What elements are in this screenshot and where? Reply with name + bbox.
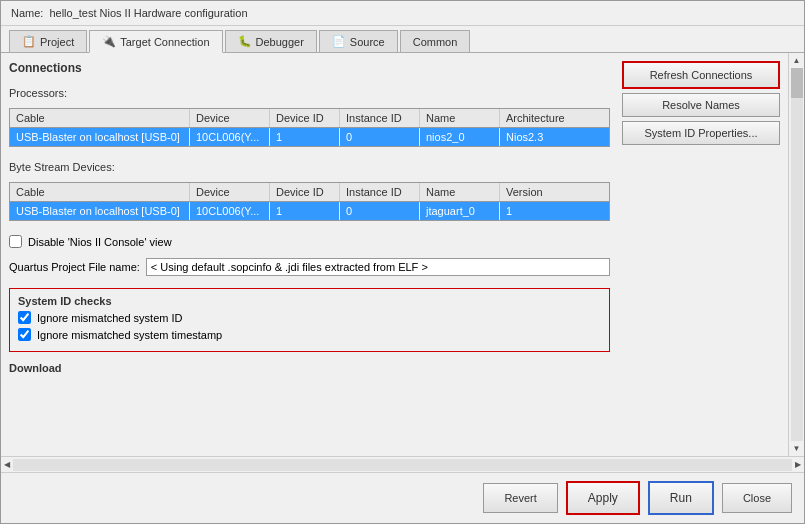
byte-col-name: Name (420, 183, 500, 201)
run-button[interactable]: Run (648, 481, 714, 515)
right-buttons-panel: Refresh Connections Resolve Names System… (618, 53, 788, 456)
byte-devices-label: Byte Stream Devices: (9, 161, 610, 173)
byte-col-instance-id: Instance ID (340, 183, 420, 201)
main-area: Connections Processors: Cable Device Dev… (1, 53, 804, 472)
source-tab-label: Source (350, 36, 385, 48)
main-dialog: Name: hello_test Nios II Hardware config… (0, 0, 805, 524)
scroll-thumb[interactable] (791, 68, 803, 98)
byte-cell-cable: USB-Blaster on localhost [USB-0] (10, 202, 190, 220)
ignore-id-checkbox[interactable] (18, 311, 31, 324)
byte-col-version: Version (500, 183, 560, 201)
proc-cell-device-id: 1 (270, 128, 340, 146)
project-tab-icon: 📋 (22, 35, 36, 48)
vertical-scrollbar[interactable]: ▲ ▼ (788, 53, 804, 456)
content-area: Connections Processors: Cable Device Dev… (1, 53, 804, 472)
tab-target-connection[interactable]: 🔌 Target Connection (89, 30, 222, 53)
revert-button[interactable]: Revert (483, 483, 557, 513)
ignore-timestamp-label: Ignore mismatched system timestamp (37, 329, 222, 341)
scroll-right-arrow[interactable]: ▶ (792, 460, 804, 469)
proc-cell-instance-id: 0 (340, 128, 420, 146)
bottom-bar: Revert Apply Run Close (1, 472, 804, 523)
ignore-timestamp-checkbox[interactable] (18, 328, 31, 341)
ignore-id-label: Ignore mismatched system ID (37, 312, 183, 324)
quartus-label: Quartus Project File name: (9, 261, 140, 273)
horizontal-scrollbar[interactable]: ◀ ▶ (1, 456, 804, 472)
refresh-connections-button[interactable]: Refresh Connections (622, 61, 780, 89)
proc-table-header: Cable Device Device ID Instance ID Name … (10, 109, 609, 128)
byte-cell-instance-id: 0 (340, 202, 420, 220)
proc-cell-device: 10CL006(Y... (190, 128, 270, 146)
download-title: Download (9, 362, 610, 374)
proc-table-row[interactable]: USB-Blaster on localhost [USB-0] 10CL006… (10, 128, 609, 146)
byte-cell-device: 10CL006(Y... (190, 202, 270, 220)
proc-col-name: Name (420, 109, 500, 127)
system-id-title: System ID checks (18, 295, 601, 307)
byte-cell-version: 1 (500, 202, 560, 220)
disable-console-row: Disable 'Nios II Console' view (9, 235, 610, 248)
tab-common[interactable]: Common (400, 30, 471, 52)
debugger-tab-label: Debugger (256, 36, 304, 48)
connection-tab-icon: 🔌 (102, 35, 116, 48)
byte-col-device: Device (190, 183, 270, 201)
debugger-tab-icon: 🐛 (238, 35, 252, 48)
left-panel: Connections Processors: Cable Device Dev… (1, 53, 618, 456)
tab-project[interactable]: 📋 Project (9, 30, 87, 52)
proc-col-instance-id: Instance ID (340, 109, 420, 127)
tab-debugger[interactable]: 🐛 Debugger (225, 30, 317, 52)
project-tab-label: Project (40, 36, 74, 48)
system-id-properties-button[interactable]: System ID Properties... (622, 121, 780, 145)
scroll-up-arrow[interactable]: ▲ (790, 53, 804, 68)
scroll-track[interactable] (791, 68, 803, 441)
quartus-input[interactable] (146, 258, 610, 276)
byte-devices-table: Cable Device Device ID Instance ID Name … (9, 182, 610, 221)
proc-col-cable: Cable (10, 109, 190, 127)
proc-cell-arch: Nios2.3 (500, 128, 580, 146)
ignore-id-row: Ignore mismatched system ID (18, 311, 601, 324)
config-title: hello_test Nios II Hardware configuratio… (49, 7, 247, 19)
quartus-row: Quartus Project File name: (9, 258, 610, 276)
proc-cell-name: nios2_0 (420, 128, 500, 146)
horiz-track (13, 459, 792, 471)
byte-col-device-id: Device ID (270, 183, 340, 201)
proc-col-device-id: Device ID (270, 109, 340, 127)
close-button[interactable]: Close (722, 483, 792, 513)
byte-cell-name: jtaguart_0 (420, 202, 500, 220)
main-content: Connections Processors: Cable Device Dev… (1, 53, 804, 456)
system-id-section: System ID checks Ignore mismatched syste… (9, 288, 610, 352)
byte-cell-device-id: 1 (270, 202, 340, 220)
byte-table-row[interactable]: USB-Blaster on localhost [USB-0] 10CL006… (10, 202, 609, 220)
scroll-left-arrow[interactable]: ◀ (1, 460, 13, 469)
scroll-down-arrow[interactable]: ▼ (790, 441, 804, 456)
proc-col-arch: Architecture (500, 109, 580, 127)
proc-col-device: Device (190, 109, 270, 127)
ignore-timestamp-row: Ignore mismatched system timestamp (18, 328, 601, 341)
source-tab-icon: 📄 (332, 35, 346, 48)
processors-label: Processors: (9, 87, 610, 99)
byte-table-header: Cable Device Device ID Instance ID Name … (10, 183, 609, 202)
connections-header: Connections (9, 61, 610, 75)
resolve-names-button[interactable]: Resolve Names (622, 93, 780, 117)
name-label: Name: (11, 7, 43, 19)
disable-console-label: Disable 'Nios II Console' view (28, 236, 172, 248)
proc-cell-cable: USB-Blaster on localhost [USB-0] (10, 128, 190, 146)
tab-bar: 📋 Project 🔌 Target Connection 🐛 Debugger… (1, 26, 804, 53)
byte-col-cable: Cable (10, 183, 190, 201)
download-section: Download (9, 362, 610, 378)
disable-console-checkbox[interactable] (9, 235, 22, 248)
tab-source[interactable]: 📄 Source (319, 30, 398, 52)
common-tab-label: Common (413, 36, 458, 48)
processors-table: Cable Device Device ID Instance ID Name … (9, 108, 610, 147)
connection-tab-label: Target Connection (120, 36, 209, 48)
apply-button[interactable]: Apply (566, 481, 640, 515)
title-bar: Name: hello_test Nios II Hardware config… (1, 1, 804, 26)
